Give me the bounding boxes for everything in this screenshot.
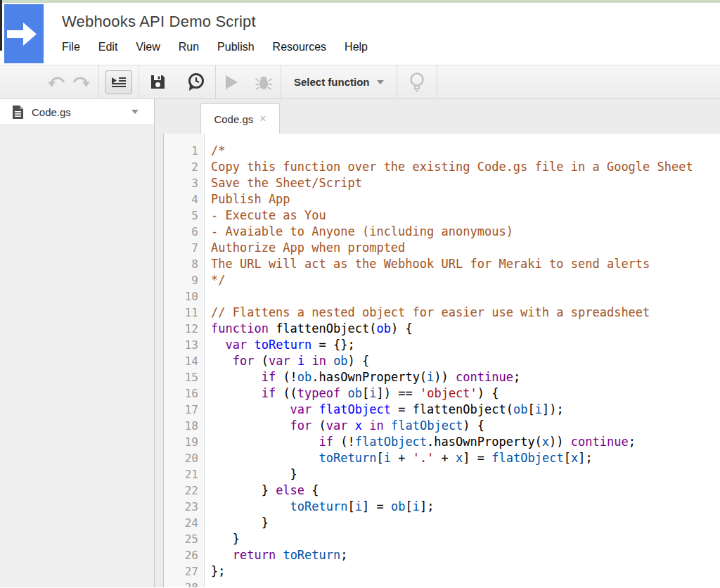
code-line[interactable]: if (!ob.hasOwnProperty(i)) continue; — [205, 369, 720, 385]
code-line[interactable]: } — [205, 531, 720, 547]
line-number: 26 — [164, 547, 204, 563]
arrow-logo-icon — [4, 4, 44, 63]
indent-icon — [111, 76, 127, 89]
menu-bar: File Edit View Run Publish Resources Hel… — [62, 41, 368, 53]
save-icon — [150, 74, 166, 90]
line-number: 10 — [164, 288, 204, 305]
line-number: 3 — [164, 175, 204, 191]
line-number: 28 — [164, 580, 204, 587]
line-number: 16 — [164, 385, 204, 402]
code-line[interactable]: if (!flatObject.hasOwnProperty(x)) conti… — [205, 434, 720, 450]
indent-button[interactable] — [105, 70, 132, 94]
line-number: 24 — [164, 515, 204, 531]
line-number: 13 — [164, 337, 204, 353]
code-line[interactable]: } — [205, 466, 720, 482]
redo-button[interactable] — [69, 65, 93, 99]
app-header: Webhooks API Demo Script File Edit View … — [0, 3, 720, 65]
line-number: 23 — [164, 499, 204, 515]
tab-strip: Code.gs × — [163, 99, 720, 134]
code-line[interactable]: Save the Sheet/Script — [205, 175, 720, 191]
line-number: 15 — [164, 369, 204, 385]
code-line[interactable]: return toReturn; — [205, 547, 720, 563]
window-edge — [0, 0, 2, 51]
code-line[interactable]: toReturn[i + '.' + x] = flatObject[x]; — [205, 450, 720, 466]
line-number: 22 — [164, 482, 204, 499]
menu-file[interactable]: File — [62, 41, 80, 53]
line-number: 27 — [164, 563, 204, 580]
save-button[interactable] — [139, 65, 176, 99]
main-area: Code.gs Code.gs × 1234567891011121314151… — [0, 99, 720, 587]
line-number-gutter: 1234567891011121314151617181920212223242… — [164, 134, 205, 587]
line-number: 18 — [164, 418, 204, 434]
history-button[interactable] — [176, 65, 215, 99]
menu-help[interactable]: Help — [345, 41, 368, 53]
code-line[interactable]: for (var x in flatObject) { — [205, 418, 720, 434]
files-sidebar: Code.gs — [0, 99, 155, 587]
editor-panel: Code.gs × 123456789101112131415161718192… — [163, 99, 720, 587]
sidebar-item-code-gs[interactable]: Code.gs — [0, 99, 154, 125]
line-number: 25 — [164, 531, 204, 547]
line-number: 2 — [164, 159, 204, 175]
select-function-label: Select function — [294, 76, 370, 88]
menu-view[interactable]: View — [136, 41, 160, 53]
file-name: Code.gs — [32, 106, 71, 118]
toolbar: Select function — [0, 65, 720, 99]
debug-icon — [255, 75, 272, 90]
chevron-down-icon — [377, 80, 384, 84]
line-number: 9 — [164, 272, 204, 288]
lightbulb-icon — [409, 72, 425, 93]
code-line[interactable] — [205, 580, 720, 587]
line-number: 14 — [164, 353, 204, 369]
code-line[interactable]: var toReturn = {}; — [205, 337, 720, 353]
menu-run[interactable]: Run — [179, 41, 199, 53]
run-button[interactable] — [216, 65, 247, 99]
menu-publish[interactable]: Publish — [217, 41, 254, 53]
select-function-dropdown[interactable]: Select function — [281, 65, 397, 99]
code-line[interactable]: } else { — [205, 482, 720, 499]
run-icon — [226, 75, 238, 89]
code-line[interactable]: toReturn[i] = ob[i]; — [205, 499, 720, 515]
tab-code-gs[interactable]: Code.gs × — [200, 103, 280, 134]
code-area[interactable]: /*Copy this function over the existing C… — [205, 134, 720, 587]
code-line[interactable]: var flatObject = flattenObject(ob[i]); — [205, 402, 720, 418]
code-line[interactable]: - Execute as You — [205, 207, 720, 224]
line-number: 8 — [164, 256, 204, 272]
code-line[interactable]: The URL will act as the Webhook URL for … — [205, 256, 720, 272]
line-number: 11 — [164, 305, 204, 321]
code-line[interactable]: Publish App — [205, 191, 720, 207]
code-line[interactable]: // Flattens a nested object for easier u… — [205, 305, 720, 321]
code-line[interactable]: function flattenObject(ob) { — [205, 321, 720, 337]
code-editor: 1234567891011121314151617181920212223242… — [163, 134, 720, 587]
line-number: 17 — [164, 402, 204, 418]
apps-script-logo — [0, 3, 44, 65]
undo-button[interactable] — [45, 65, 69, 99]
line-number: 6 — [164, 224, 204, 240]
code-line[interactable]: - Avaiable to Anyone (including anonymou… — [205, 224, 720, 240]
line-number: 4 — [164, 191, 204, 207]
code-line[interactable]: /* — [205, 143, 720, 159]
line-number: 19 — [164, 434, 204, 450]
code-line[interactable] — [205, 288, 720, 305]
file-menu-caret-icon[interactable] — [131, 110, 139, 114]
code-line[interactable]: Copy this function over the existing Cod… — [205, 159, 720, 175]
line-number: 21 — [164, 466, 204, 482]
undo-icon — [48, 76, 66, 89]
debug-button[interactable] — [247, 65, 281, 99]
line-number: 12 — [164, 321, 204, 337]
history-icon — [186, 72, 205, 91]
code-line[interactable]: }; — [205, 563, 720, 580]
line-number: 5 — [164, 207, 204, 224]
line-number: 20 — [164, 450, 204, 466]
tab-close-icon[interactable]: × — [259, 113, 266, 124]
code-line[interactable]: if ((typeof ob[i]) == 'object') { — [205, 385, 720, 402]
project-title: Webhooks API Demo Script — [62, 13, 256, 31]
menu-resources[interactable]: Resources — [273, 41, 326, 53]
menu-edit[interactable]: Edit — [98, 41, 118, 53]
tab-label: Code.gs — [214, 113, 253, 125]
suggestions-button[interactable] — [397, 65, 437, 99]
code-line[interactable]: Authorize App when prompted — [205, 240, 720, 256]
file-document-icon — [13, 106, 23, 119]
code-line[interactable]: */ — [205, 272, 720, 288]
code-line[interactable]: } — [205, 515, 720, 531]
code-line[interactable]: for (var i in ob) { — [205, 353, 720, 369]
